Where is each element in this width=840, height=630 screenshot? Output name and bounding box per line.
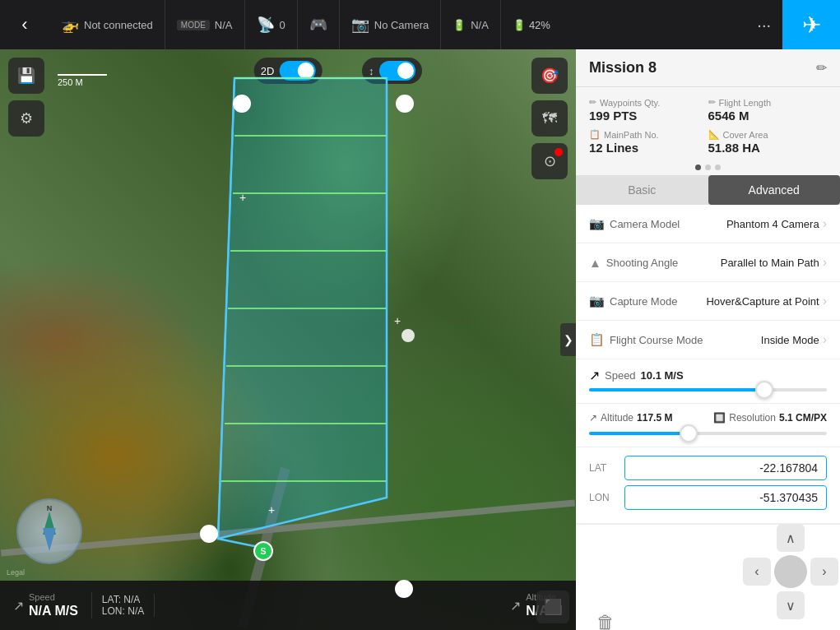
waypoint-bottom-left[interactable] bbox=[200, 525, 218, 543]
camera-item: 📷 No Camera bbox=[340, 0, 441, 49]
collapse-panel-button[interactable]: ❯ bbox=[560, 323, 576, 356]
flight-course-mode-icon: 📋 bbox=[589, 332, 605, 347]
pagination-dots bbox=[576, 161, 840, 175]
setting-flight-course-mode[interactable]: 📋 Flight Course Mode Inside Mode › bbox=[576, 321, 840, 359]
save-button[interactable]: 💾 bbox=[8, 58, 44, 94]
altitude-icon-section: ↗ bbox=[589, 412, 597, 424]
plane-icon: ✈ bbox=[802, 12, 821, 39]
drone-status-label: Not connected bbox=[84, 19, 153, 31]
nav-section: 🗑 ∧ ‹ › ∨ bbox=[576, 524, 840, 630]
nav-down-button[interactable]: ∨ bbox=[777, 591, 805, 619]
camera-model-icon: 📷 bbox=[589, 216, 605, 231]
screenshot-button[interactable]: ⬛ bbox=[536, 591, 569, 623]
camera-model-chevron: › bbox=[823, 216, 827, 231]
waypoint-green-s[interactable]: S bbox=[253, 541, 273, 561]
map-view[interactable]: + + + S 💾 ⚙ 250 M 2D ↕ 🎯 🗺 ⊙ ❯ bbox=[0, 49, 576, 630]
dot-2[interactable] bbox=[705, 164, 711, 170]
speed-status: ↗ Speed N/A M/S bbox=[0, 592, 92, 618]
mode-badge: MODE bbox=[177, 20, 210, 30]
tab-basic[interactable]: Basic bbox=[576, 175, 708, 205]
main-path-value: 12 Lines bbox=[589, 141, 708, 155]
nav-pad: ∧ ‹ › ∨ bbox=[750, 524, 832, 630]
flight-course-mode-value: Inside Mode › bbox=[761, 332, 827, 347]
alt-res-labels: ↗ Altitude 117.5 M 🔲 Resolution 5.1 CM/P… bbox=[589, 412, 827, 424]
mode-value: N/A bbox=[215, 19, 233, 31]
waypoint-top-left[interactable] bbox=[233, 95, 251, 113]
speed-slider-fill bbox=[589, 388, 760, 391]
plane-button[interactable]: ✈ bbox=[782, 0, 840, 49]
lon-row: LON bbox=[589, 485, 827, 510]
settings-button[interactable]: ⚙ bbox=[8, 100, 44, 137]
lon-label: LON bbox=[589, 492, 618, 503]
cover-area-value: 51.88 HA bbox=[708, 141, 828, 155]
nav-left-button[interactable]: ‹ bbox=[743, 558, 771, 586]
coord-lon: LON: N/A bbox=[102, 605, 144, 617]
dot-3[interactable] bbox=[715, 164, 721, 170]
delete-button[interactable]: 🗑 bbox=[589, 606, 622, 630]
speed-section-value: 10.1 M/S bbox=[641, 369, 684, 382]
camera-model-value: Phantom 4 Camera › bbox=[726, 216, 827, 231]
resolution-label-section: 🔲 Resolution 5.1 CM/PX bbox=[713, 412, 827, 424]
mission-title: Mission 8 bbox=[589, 59, 657, 76]
waypoints-icon: ✏ bbox=[589, 97, 596, 108]
flight-course-mode-label: 📋 Flight Course Mode bbox=[589, 332, 703, 347]
flight-length-icon: ✏ bbox=[708, 97, 716, 108]
nav-up-button[interactable]: ∧ bbox=[777, 524, 805, 552]
back-button[interactable]: ‹ bbox=[0, 0, 49, 49]
tab-advanced[interactable]: Advanced bbox=[708, 175, 841, 205]
capture-mode-value: Hover&Capture at Point › bbox=[706, 294, 827, 308]
main-path-icon: 📋 bbox=[589, 129, 601, 140]
dot-1[interactable] bbox=[695, 164, 701, 170]
svg-text:+: + bbox=[394, 314, 401, 327]
speed-section-label: Speed bbox=[605, 369, 636, 382]
controller-item: 🎮 bbox=[298, 0, 340, 49]
battery-pct: 42% bbox=[529, 19, 550, 31]
capture-mode-chevron: › bbox=[823, 294, 827, 308]
compass-arrow-south bbox=[43, 528, 56, 551]
battery-na: N/A bbox=[471, 19, 489, 31]
speed-label: Speed bbox=[29, 592, 78, 603]
camera-icon: 📷 bbox=[351, 16, 369, 34]
mode-item: MODE N/A bbox=[165, 0, 245, 49]
stats-grid: ✏ Waypoints Qty. 199 PTS ✏ Flight Length… bbox=[576, 87, 840, 161]
battery-pct-item: 🔋 42% bbox=[501, 19, 562, 31]
speed-arrow-icon: ↗ bbox=[589, 368, 600, 383]
lat-lon-section: LAT LON bbox=[576, 447, 840, 524]
lon-input[interactable] bbox=[624, 485, 827, 510]
coords-status: LAT: N/A LON: N/A bbox=[92, 594, 155, 617]
resolution-icon: 🔲 bbox=[713, 412, 726, 424]
mission-edit-button[interactable]: ✏ bbox=[816, 60, 827, 76]
waypoint-bottom-right[interactable] bbox=[395, 580, 413, 598]
shooting-angle-chevron: › bbox=[823, 255, 827, 270]
delete-icon: 🗑 bbox=[596, 612, 615, 630]
right-panel: Mission 8 ✏ ✏ Waypoints Qty. 199 PTS ✏ F… bbox=[576, 49, 840, 630]
altitude-slider-thumb[interactable] bbox=[680, 424, 698, 442]
layers-button[interactable]: 🗺 bbox=[531, 100, 568, 137]
map-controls-right: 🎯 🗺 ⊙ bbox=[531, 58, 568, 179]
nav-right-button[interactable]: › bbox=[810, 558, 838, 586]
lat-input[interactable] bbox=[624, 456, 827, 480]
lon-label: LON: bbox=[102, 605, 125, 617]
shooting-angle-icon: ▲ bbox=[589, 256, 601, 270]
altitude-resolution-section: ↗ Altitude 117.5 M 🔲 Resolution 5.1 CM/P… bbox=[576, 404, 840, 447]
legal-text: Legal bbox=[7, 568, 25, 577]
compass: N bbox=[16, 498, 82, 564]
camera-label: No Camera bbox=[374, 19, 429, 31]
record-button[interactable]: ⊙ bbox=[531, 143, 568, 179]
speed-slider-thumb[interactable] bbox=[755, 381, 773, 399]
setting-capture-mode[interactable]: 📷 Capture Mode Hover&Capture at Point › bbox=[576, 282, 840, 321]
bottom-status-bar: ↗ Speed N/A M/S LAT: N/A LON: N/A ↗ Alt bbox=[0, 581, 576, 630]
mission-header: Mission 8 ✏ bbox=[576, 49, 840, 87]
waypoints-label: ✏ Waypoints Qty. bbox=[589, 97, 708, 108]
battery-icon: 🔋 bbox=[452, 19, 466, 31]
speed-value: N/A M/S bbox=[29, 603, 78, 618]
lat-label: LAT: bbox=[102, 594, 121, 605]
waypoint-top-right[interactable] bbox=[396, 95, 414, 113]
altitude-value-section: 117.5 M bbox=[637, 412, 672, 424]
setting-camera-model[interactable]: 📷 Camera Model Phantom 4 Camera › bbox=[576, 205, 840, 243]
nav-center-button[interactable] bbox=[774, 555, 807, 588]
setting-shooting-angle[interactable]: ▲ Shooting Angle Parallel to Main Path › bbox=[576, 243, 840, 282]
waypoint-mid-right[interactable] bbox=[401, 329, 415, 342]
crosshair-button[interactable]: 🎯 bbox=[531, 58, 568, 94]
more-button[interactable]: ··· bbox=[745, 16, 782, 35]
